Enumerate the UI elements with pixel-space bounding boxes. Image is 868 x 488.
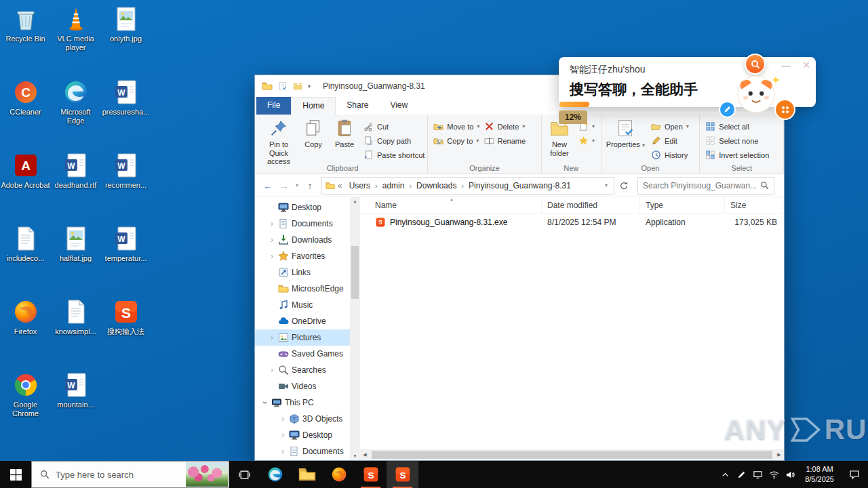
crumb-overflow[interactable]: « [336, 181, 344, 190]
taskbar-app-firefox[interactable] [323, 461, 355, 488]
assistant-apps-icon[interactable] [774, 99, 795, 120]
ribbon-edit-button[interactable]: Edit [651, 135, 689, 146]
assistant-pen-icon[interactable] [719, 101, 736, 118]
nav-onedrive-7[interactable]: OneDrive [255, 313, 350, 329]
ribbon-invert-selection-button[interactable]: Invert selection [705, 149, 769, 161]
address-bar[interactable]: «Users›admin›Downloads›Pinyinsoug_Guanwa… [321, 177, 614, 195]
desktop-icon-ccleaner[interactable]: CCCleaner [1, 77, 50, 117]
tab-file[interactable]: File [256, 97, 291, 115]
close-button[interactable]: ✕ [800, 60, 812, 70]
desktop-icon-sogou-input[interactable]: S搜狗输入法 [101, 297, 151, 336]
qat-customize-caret[interactable]: ▾ [308, 83, 311, 89]
task-view-button[interactable] [229, 461, 259, 488]
explorer-search-box[interactable]: Search Pinyinsoug_Guanwan... [637, 177, 774, 195]
ribbon-easyaccess-button[interactable]: ▾ [578, 135, 595, 146]
minimize-button[interactable]: — [780, 60, 792, 70]
tray-network-button[interactable] [766, 461, 782, 488]
nav-scrollbar-thumb[interactable] [351, 246, 359, 299]
tab-home[interactable]: Home [291, 97, 336, 115]
nav-documents-15[interactable]: ›Documents [255, 443, 350, 460]
ribbon-paste-shortcut-button[interactable]: Paste shortcut [363, 149, 425, 161]
start-button[interactable] [0, 461, 31, 488]
desktop-icon-knowsimpl[interactable]: knowsimpl... [51, 297, 100, 336]
desktop-icon-onlyth-jpg[interactable]: onlyth.jpg [101, 4, 151, 43]
assistant-search-icon[interactable] [745, 54, 766, 75]
ribbon-copy-path-button[interactable]: Copy path [363, 135, 425, 146]
ribbon-history-button[interactable]: History [651, 149, 689, 161]
taskbar-app-file-explorer[interactable] [291, 461, 323, 488]
desktop-icon-firefox[interactable]: Firefox [1, 297, 50, 336]
ribbon-pin-to-quick-access-button[interactable]: Pin to Quick access [260, 117, 297, 163]
desktop-icon-google-chrome[interactable]: Google Chrome [1, 370, 50, 418]
nav-pictures-8[interactable]: ›Pictures [255, 329, 350, 346]
tray-trayup-button[interactable] [717, 461, 733, 488]
desktop-icon-deadhand-rtf[interactable]: Wdeadhand.rtf [51, 150, 100, 190]
recent-locations-caret[interactable]: ▾ [293, 182, 301, 188]
nav-downloads-2[interactable]: ›Downloads [255, 232, 350, 248]
nav-scrollbar[interactable]: ▲ ▼ [350, 197, 360, 460]
qat-newfolder-icon[interactable] [293, 81, 302, 91]
desktop-icon-recycle-bin[interactable]: Recycle Bin [1, 4, 50, 43]
nav-documents-1[interactable]: ›Documents [255, 216, 350, 232]
file-row[interactable]: SPinyinsoug_Guanwang-8.31.exe8/1/2025 12… [360, 214, 784, 231]
nav-music-6[interactable]: Music [255, 297, 350, 313]
nav-searches-10[interactable]: ›Searches [255, 362, 350, 378]
desktop-icon-halflat-jpg[interactable]: halflat.jpg [51, 224, 100, 263]
scroll-down-arrow[interactable]: ▼ [350, 452, 360, 460]
nav-3d-objects-13[interactable]: ›3D Objects [255, 411, 350, 427]
nav-videos-11[interactable]: Videos [255, 378, 350, 394]
crumb-admin[interactable]: admin [378, 179, 409, 192]
desktop-icon-adobe-acrobat[interactable]: AAdobe Acrobat [1, 150, 50, 190]
desktop-icon-recommen[interactable]: Wrecommen... [101, 150, 151, 190]
ribbon-cut-button[interactable]: Cut [363, 121, 425, 132]
ribbon-delete-button[interactable]: Delete▾ [484, 121, 526, 132]
crumb-downloads[interactable]: Downloads [412, 179, 460, 192]
qat-properties-icon[interactable] [278, 81, 288, 91]
desktop-icon-pressuresha[interactable]: Wpressuresha... [101, 77, 151, 117]
scroll-left-arrow[interactable]: ◀ [360, 452, 370, 458]
back-button[interactable]: ← [260, 178, 275, 193]
assistant-mascot[interactable] [736, 75, 776, 114]
action-center-button[interactable] [841, 461, 868, 488]
ribbon-move-to-button[interactable]: Move to▾ [433, 121, 479, 132]
desktop-icon-temperatur[interactable]: Wtemperatur... [101, 224, 151, 263]
forward-button[interactable]: → [277, 178, 292, 193]
tray-monitor-button[interactable] [749, 461, 766, 488]
taskbar-app-sogou-installer-2[interactable]: S [387, 461, 418, 488]
ribbon-copy-to-button[interactable]: Copy to▾ [433, 135, 479, 146]
nav-desktop-0[interactable]: Desktop [255, 199, 350, 216]
ribbon-copy-button[interactable]: Copy [298, 117, 328, 163]
scroll-right-arrow[interactable]: ▶ [774, 452, 784, 458]
crumb-users[interactable]: Users [345, 179, 374, 192]
taskbar-app-edge[interactable] [259, 461, 291, 488]
ribbon-rename-button[interactable]: Rename [484, 135, 526, 146]
desktop-icon-includeco[interactable]: includeco... [1, 224, 50, 263]
nav-this-pc-12[interactable]: ›This PC [255, 394, 350, 411]
taskbar-search[interactable]: Type here to search [31, 461, 229, 488]
tray-volume-button[interactable] [782, 461, 798, 488]
crumb-pinyinsoug-guanwang-8-31[interactable]: Pinyinsoug_Guanwang-8.31 [465, 179, 575, 192]
address-dropdown-caret[interactable]: ▾ [602, 182, 610, 188]
up-button[interactable]: ↑ [302, 178, 317, 193]
desktop-icon-microsoft-edge[interactable]: Microsoft Edge [51, 77, 100, 125]
ribbon-paste-button[interactable]: Paste [330, 117, 359, 163]
tab-share[interactable]: Share [336, 97, 379, 115]
column-header-size[interactable]: Size [725, 197, 783, 213]
search-highlight-image[interactable] [186, 462, 228, 487]
horizontal-scrollbar-thumb[interactable] [372, 451, 772, 459]
refresh-button[interactable] [616, 178, 632, 194]
nav-links-4[interactable]: Links [255, 264, 350, 281]
taskbar-clock[interactable]: 1:08 AM 8/5/2025 [798, 464, 841, 485]
tab-view[interactable]: View [379, 97, 418, 115]
column-header-date-modified[interactable]: Date modified [542, 197, 640, 213]
desktop-icon-mountain[interactable]: Wmountain... [51, 370, 100, 409]
nav-saved-games-9[interactable]: Saved Games [255, 346, 350, 362]
nav-favorites-3[interactable]: ›Favorites [255, 248, 350, 264]
ribbon-select-none-button[interactable]: Select none [705, 135, 769, 146]
taskbar-app-sogou-installer[interactable]: S [355, 461, 387, 488]
desktop-icon-vlc-media-player[interactable]: VLC media player [51, 4, 100, 52]
horizontal-scrollbar[interactable]: ◀ ▶ [360, 449, 784, 460]
scroll-up-arrow[interactable]: ▲ [350, 197, 360, 205]
nav-desktop-14[interactable]: ›Desktop [255, 427, 350, 443]
column-header-type[interactable]: Type [640, 197, 725, 213]
